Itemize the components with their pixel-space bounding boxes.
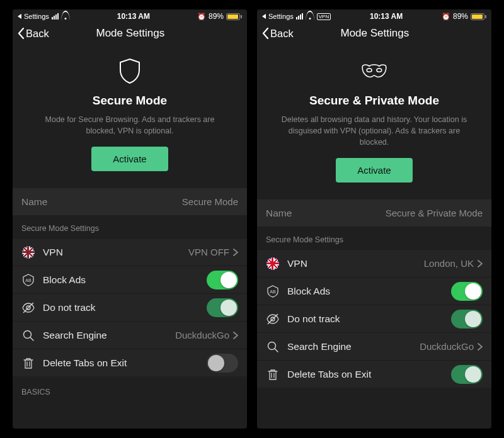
nav-bar: Back Mode Settings <box>257 23 491 46</box>
row-label: Search Engine <box>43 330 107 341</box>
eye-off-icon <box>266 312 280 326</box>
row-label: Delete Tabs on Exit <box>287 369 371 380</box>
battery-percent: 89% <box>453 12 468 21</box>
vpn-status-icon: VPN <box>317 13 331 20</box>
name-value: Secure Mode <box>182 196 238 207</box>
status-time: 10:13 AM <box>117 12 150 21</box>
row-delete-tabs: Delete Tabs on Exit <box>257 360 491 388</box>
svg-text:AB: AB <box>25 278 32 283</box>
magnifier-icon <box>21 328 35 342</box>
chevron-right-icon <box>478 260 483 267</box>
row-value: DuckduckGo <box>420 341 474 352</box>
ab-badge-icon: AB <box>21 273 35 287</box>
row-block-ads: AB Block Ads <box>13 266 247 293</box>
page-title: Mode Settings <box>263 27 486 40</box>
section-header-basics: BASICS <box>13 376 247 402</box>
hero: Secure Mode Mode for Secure Browsing. Ad… <box>13 46 247 184</box>
row-label: Search Engine <box>287 341 352 352</box>
chevron-right-icon <box>233 332 238 339</box>
svg-point-5 <box>367 69 372 72</box>
row-value: VPN OFF <box>188 247 229 257</box>
cellular-signal-icon <box>52 13 59 20</box>
screen-secure-private-mode: Settings VPN 10:13 AM ⏰ 89% Back Mode Se… <box>257 9 491 429</box>
eye-off-icon <box>21 301 35 315</box>
row-search-engine[interactable]: Search Engine DuckduckGo <box>13 321 247 349</box>
hero-desc: Deletes all browsing data and history. Y… <box>275 114 474 148</box>
row-delete-tabs: Delete Tabs on Exit <box>13 349 247 376</box>
trash-icon <box>266 368 280 381</box>
trash-icon <box>21 356 35 370</box>
activate-button[interactable]: Activate <box>91 147 168 171</box>
uk-flag-icon <box>21 245 35 259</box>
svg-line-11 <box>275 349 278 352</box>
row-label: Block Ads <box>43 274 86 286</box>
wifi-icon <box>306 13 314 20</box>
row-value: DuckduckGo <box>175 330 229 340</box>
row-search-engine[interactable]: Search Engine DuckduckGo <box>257 332 491 360</box>
screen-secure-mode: Settings 10:13 AM ⏰ 89% Back Mode Settin… <box>13 9 247 429</box>
row-label: Do not track <box>287 313 340 325</box>
name-label: Name <box>266 208 292 219</box>
toggle-do-not-track[interactable] <box>451 310 483 328</box>
back-to-app-caret-icon <box>18 14 21 19</box>
cellular-signal-icon <box>296 13 303 20</box>
chevron-right-icon <box>478 343 483 351</box>
alarm-icon: ⏰ <box>197 13 206 21</box>
name-value: Secure & Private Mode <box>386 208 483 218</box>
row-block-ads: AB Block Ads <box>257 277 491 305</box>
name-label: Name <box>21 196 47 208</box>
nav-bar: Back Mode Settings <box>13 23 247 46</box>
battery-icon <box>471 13 486 20</box>
magnifier-icon <box>266 340 280 354</box>
name-row[interactable]: Name Secure & Private Mode <box>257 199 491 227</box>
status-carrier: Settings <box>24 13 49 20</box>
hero: Secure & Private Mode Deletes all browsi… <box>257 46 491 195</box>
battery-icon <box>226 13 242 20</box>
row-do-not-track: Do not track <box>13 293 247 321</box>
page-title: Mode Settings <box>19 27 242 40</box>
ab-badge-icon: AB <box>266 284 280 298</box>
row-vpn[interactable]: VPN VPN OFF <box>13 238 247 266</box>
row-label: VPN <box>43 247 63 258</box>
shield-icon <box>116 57 144 85</box>
section-header: Secure Mode Settings <box>257 227 491 249</box>
row-label: Block Ads <box>287 286 330 297</box>
row-label: Do not track <box>43 302 96 313</box>
status-bar: Settings VPN 10:13 AM ⏰ 89% <box>257 9 491 23</box>
row-value: London, UK <box>424 258 474 269</box>
back-to-app-caret-icon <box>262 14 266 19</box>
toggle-block-ads[interactable] <box>451 282 483 301</box>
svg-text:AB: AB <box>270 289 276 294</box>
name-row[interactable]: Name Secure Mode <box>13 188 247 215</box>
toggle-do-not-track[interactable] <box>207 298 238 317</box>
battery-percent: 89% <box>209 12 224 21</box>
status-bar: Settings 10:13 AM ⏰ 89% <box>13 9 247 23</box>
toggle-delete-tabs[interactable] <box>451 365 483 384</box>
hero-title: Secure Mode <box>30 94 229 108</box>
svg-line-4 <box>30 337 33 340</box>
status-time: 10:13 AM <box>370 12 403 21</box>
mask-icon <box>360 57 388 85</box>
row-vpn[interactable]: VPN London, UK <box>257 249 491 277</box>
activate-button[interactable]: Activate <box>336 158 412 182</box>
toggle-delete-tabs[interactable] <box>207 354 238 373</box>
row-label: Delete Tabs on Exit <box>43 357 127 369</box>
hero-desc: Mode for Secure Browsing. Ads and tracke… <box>30 114 229 137</box>
chevron-right-icon <box>233 249 238 256</box>
row-label: VPN <box>287 258 307 269</box>
hero-title: Secure & Private Mode <box>275 94 474 108</box>
svg-point-6 <box>377 69 382 72</box>
uk-flag-icon <box>266 257 280 271</box>
alarm-icon: ⏰ <box>442 13 450 21</box>
status-carrier: Settings <box>268 13 294 20</box>
section-header: Secure Mode Settings <box>13 215 247 238</box>
toggle-block-ads[interactable] <box>207 271 238 289</box>
wifi-icon <box>61 13 70 20</box>
row-do-not-track: Do not track <box>257 305 491 332</box>
